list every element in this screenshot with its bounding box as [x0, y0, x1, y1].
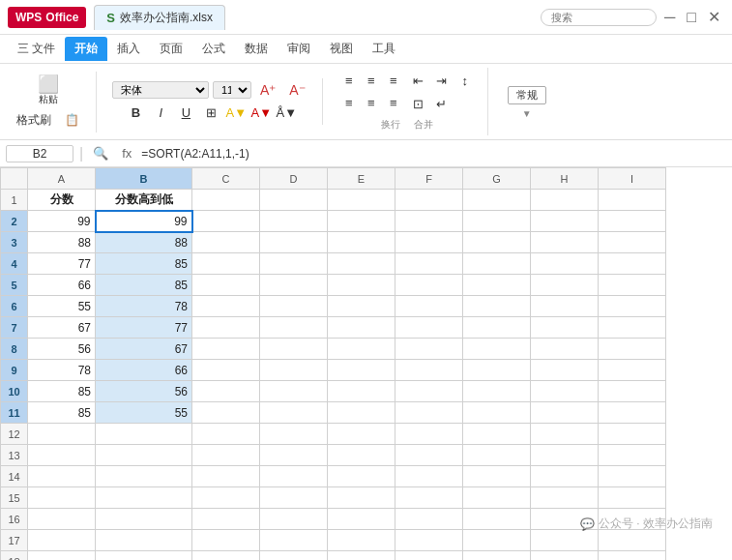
cell-i3[interactable] — [599, 232, 666, 253]
cell-d18[interactable] — [260, 551, 328, 561]
row-header-5[interactable]: 5 — [1, 275, 28, 296]
cell-h6[interactable] — [531, 296, 599, 317]
cell-b5[interactable]: 85 — [96, 275, 192, 296]
cell-i8[interactable] — [599, 339, 666, 360]
cell-b16[interactable] — [96, 509, 192, 530]
font-decrease-button[interactable]: A⁻ — [284, 80, 309, 100]
cell-d13[interactable] — [260, 445, 328, 466]
cell-i1[interactable] — [599, 190, 666, 211]
cell-i13[interactable] — [599, 445, 666, 466]
cell-e1[interactable] — [328, 190, 395, 211]
tab-file[interactable]: 三 文件 — [8, 37, 65, 61]
cell-d7[interactable] — [260, 317, 328, 339]
cell-a3[interactable]: 88 — [28, 232, 96, 253]
align-top-left-button[interactable]: ≡ — [338, 71, 360, 92]
cell-g18[interactable] — [463, 551, 531, 561]
cell-d17[interactable] — [260, 530, 328, 551]
formula-input[interactable] — [141, 147, 726, 161]
cell-f12[interactable] — [395, 424, 463, 445]
row-header-1[interactable]: 1 — [1, 190, 28, 211]
cell-c7[interactable] — [192, 317, 260, 339]
tab-insert[interactable]: 插入 — [107, 37, 150, 61]
maximize-button[interactable]: □ — [683, 9, 700, 26]
cell-reference-input[interactable] — [6, 145, 73, 162]
cell-i6[interactable] — [599, 296, 666, 317]
cell-f9[interactable] — [395, 360, 463, 381]
cell-h9[interactable] — [531, 360, 599, 381]
cell-e10[interactable] — [328, 381, 395, 402]
cell-a4[interactable]: 77 — [28, 253, 96, 275]
cell-h1[interactable] — [531, 190, 599, 211]
cell-a11[interactable]: 85 — [28, 402, 96, 424]
cell-d14[interactable] — [260, 466, 328, 487]
row-header-12[interactable]: 12 — [1, 424, 28, 445]
cell-c1[interactable] — [192, 190, 260, 211]
cell-d15[interactable] — [260, 487, 328, 509]
cell-g15[interactable] — [463, 487, 531, 509]
cell-e4[interactable] — [328, 253, 395, 275]
cell-f5[interactable] — [395, 275, 463, 296]
cell-f16[interactable] — [395, 509, 463, 530]
cell-d5[interactable] — [260, 275, 328, 296]
cell-c13[interactable] — [192, 445, 260, 466]
cell-c10[interactable] — [192, 381, 260, 402]
row-header-18[interactable]: 18 — [1, 551, 28, 561]
cell-g5[interactable] — [463, 275, 531, 296]
cell-f15[interactable] — [395, 487, 463, 509]
cell-e2[interactable] — [328, 211, 395, 232]
col-header-b[interactable]: B — [96, 168, 192, 190]
cell-b8[interactable]: 67 — [96, 339, 192, 360]
cell-f11[interactable] — [395, 402, 463, 424]
row-header-9[interactable]: 9 — [1, 360, 28, 381]
align-bottom-center-button[interactable]: ≡ — [361, 93, 382, 114]
row-header-13[interactable]: 13 — [1, 445, 28, 466]
cell-d2[interactable] — [260, 211, 328, 232]
cell-i18[interactable] — [599, 551, 666, 561]
cell-e5[interactable] — [328, 275, 395, 296]
indent-increase-button[interactable]: ⇥ — [431, 70, 453, 91]
cell-a5[interactable]: 66 — [28, 275, 96, 296]
cell-a16[interactable] — [28, 509, 96, 530]
cell-f2[interactable] — [395, 211, 463, 232]
tab-formula[interactable]: 公式 — [192, 37, 235, 61]
cell-g3[interactable] — [463, 232, 531, 253]
cell-f14[interactable] — [395, 466, 463, 487]
cell-b15[interactable] — [96, 487, 192, 509]
cell-g17[interactable] — [463, 530, 531, 551]
cell-g13[interactable] — [463, 445, 531, 466]
font-increase-button[interactable]: A⁺ — [255, 80, 280, 100]
italic-button[interactable]: I — [150, 102, 171, 123]
cell-b1[interactable]: 分数高到低 — [96, 190, 192, 211]
cell-g9[interactable] — [463, 360, 531, 381]
cell-e16[interactable] — [328, 509, 395, 530]
cell-h16[interactable] — [531, 509, 599, 530]
wps-logo[interactable]: WPS Office — [8, 7, 86, 28]
cell-b9[interactable]: 66 — [96, 360, 192, 381]
cell-c3[interactable] — [192, 232, 260, 253]
cell-i16[interactable] — [599, 509, 666, 530]
cell-h17[interactable] — [531, 530, 599, 551]
cell-a1[interactable]: 分数 — [28, 190, 96, 211]
cell-h10[interactable] — [531, 381, 599, 402]
cell-e13[interactable] — [328, 445, 395, 466]
cell-h13[interactable] — [531, 445, 599, 466]
cell-h15[interactable] — [531, 487, 599, 509]
cell-i10[interactable] — [599, 381, 666, 402]
cell-g7[interactable] — [463, 317, 531, 339]
cell-i2[interactable] — [599, 211, 666, 232]
row-header-14[interactable]: 14 — [1, 466, 28, 487]
tab-home[interactable]: 开始 — [65, 37, 107, 61]
cell-e9[interactable] — [328, 360, 395, 381]
cell-h8[interactable] — [531, 339, 599, 360]
cell-h5[interactable] — [531, 275, 599, 296]
cell-b11[interactable]: 55 — [96, 402, 192, 424]
wrap-button[interactable]: ↵ — [431, 93, 453, 114]
cell-g12[interactable] — [463, 424, 531, 445]
cell-d9[interactable] — [260, 360, 328, 381]
cell-i7[interactable] — [599, 317, 666, 339]
cell-c9[interactable] — [192, 360, 260, 381]
cell-h3[interactable] — [531, 232, 599, 253]
border-button[interactable]: ⊞ — [200, 102, 221, 123]
align-bottom-left-button[interactable]: ≡ — [338, 93, 360, 114]
indent-decrease-button[interactable]: ⇤ — [408, 70, 429, 91]
